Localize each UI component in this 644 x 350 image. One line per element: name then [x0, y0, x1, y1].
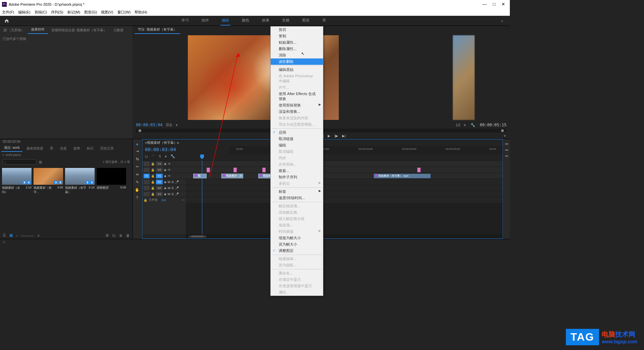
- sequence-name[interactable]: 视频素材（有字幕）: [147, 140, 177, 145]
- new-bin-icon[interactable]: 🗀: [112, 233, 116, 237]
- context-menu-item[interactable]: 使用剪辑替换▶: [271, 102, 323, 108]
- list-view-icon[interactable]: ☰: [3, 233, 6, 237]
- context-menu-item[interactable]: 波纹删除: [271, 58, 323, 65]
- add-button-icon[interactable]: +: [504, 134, 506, 138]
- clip-marker[interactable]: [233, 168, 237, 172]
- video-clip[interactable]: 视频素材（有字幕）.mp4: [374, 174, 431, 178]
- find-favorites-icon[interactable]: ⊞: [106, 233, 109, 237]
- slip-tool-icon[interactable]: ⇔: [136, 172, 139, 177]
- timeline-track-area[interactable]: 视 视频素材（水 视频素 视频素 视频素材（有字幕）.mp4: [186, 161, 503, 234]
- track-select-tool-icon[interactable]: ⇥: [136, 149, 139, 154]
- playhead[interactable]: [202, 161, 202, 234]
- project-item[interactable]: ▮▮ 视频素材（有字幕）5:15: [65, 168, 95, 194]
- context-menu-item[interactable]: 标签▶: [271, 188, 323, 195]
- hand-tool-icon[interactable]: ✋: [135, 188, 140, 192]
- play-icon[interactable]: ▶: [328, 134, 330, 138]
- project-item[interactable]: 调整图层5:00: [97, 168, 126, 194]
- tab-effects[interactable]: 效果: [71, 145, 83, 152]
- context-menu-item[interactable]: 清除: [271, 52, 323, 58]
- context-menu-item[interactable]: 编组: [271, 142, 323, 148]
- project-item[interactable]: ▮▮ 视频素材（水印）2:15: [2, 168, 32, 194]
- track-header-v2[interactable]: 🔒V2◈👁: [142, 167, 186, 173]
- workspace-graphics[interactable]: 图形: [301, 16, 311, 26]
- goto-out-icon[interactable]: ▶|: [342, 134, 346, 138]
- program-zoom-fit[interactable]: 适合: [166, 123, 172, 127]
- project-item[interactable]: ▮▮ 视频素材（有字...3:00: [34, 168, 63, 194]
- menu-file[interactable]: 文件(F): [2, 10, 14, 15]
- clip-marker[interactable]: [262, 168, 266, 172]
- breadcrumb[interactable]: work.prproj: [6, 153, 21, 157]
- step-forward-icon[interactable]: |▶: [334, 134, 338, 138]
- home-button[interactable]: [0, 18, 13, 23]
- breadcrumb-arrow-icon[interactable]: ▸: [3, 153, 4, 157]
- workspace-editing[interactable]: 编辑: [220, 16, 230, 26]
- context-menu-item[interactable]: 嵌套...: [271, 168, 323, 174]
- context-menu-item[interactable]: ✓调整图层: [271, 248, 323, 254]
- tab-source[interactable]: 源:（无剪辑）: [0, 27, 28, 34]
- workspace-learn[interactable]: 学习: [180, 16, 190, 26]
- context-menu-item[interactable]: 渲染和替换...: [271, 108, 323, 115]
- context-menu-item[interactable]: 粘贴属性...: [271, 39, 323, 46]
- context-menu-item[interactable]: 编辑原始: [271, 67, 323, 73]
- freeform-view-icon[interactable]: ▫: [16, 233, 17, 237]
- menu-edit[interactable]: 编辑(E): [18, 10, 31, 15]
- tab-history[interactable]: 历史记录: [98, 145, 116, 152]
- wrench-icon[interactable]: 🔧: [170, 154, 175, 159]
- clip-marker[interactable]: [207, 168, 210, 172]
- close-button[interactable]: ✕: [501, 2, 505, 7]
- clear-icon[interactable]: 🗑: [126, 233, 130, 237]
- menu-marker[interactable]: 标记(M): [67, 10, 80, 15]
- snap-icon[interactable]: ⊔: [145, 154, 148, 159]
- type-tool-icon[interactable]: T: [136, 195, 139, 200]
- tab-metadata[interactable]: 元数据: [110, 27, 127, 34]
- timeline-timecode[interactable]: 00:00:03:04: [142, 146, 186, 153]
- context-menu-item[interactable]: 删除属性...: [271, 46, 323, 52]
- track-header-a3[interactable]: 🔒A3◈MS🎤: [142, 191, 186, 197]
- linked-selection-icon[interactable]: ⌒: [151, 154, 155, 159]
- sort-icon[interactable]: ≡: [38, 233, 40, 237]
- video-clip[interactable]: 视频素: [258, 174, 271, 178]
- minimize-button[interactable]: —: [482, 2, 487, 7]
- tab-info[interactable]: 信息: [57, 145, 69, 152]
- context-menu-item[interactable]: 复制: [271, 33, 323, 39]
- zoom-slider[interactable]: ○———: [21, 233, 34, 237]
- track-header-v1[interactable]: V1🔒V1◈👁: [142, 173, 186, 179]
- menu-graphics[interactable]: 图形(G): [84, 10, 97, 15]
- chevron-down-icon[interactable]: ▾: [464, 123, 466, 127]
- menu-sequence[interactable]: 序列(S): [51, 10, 63, 15]
- track-header-a1[interactable]: 🔒A1◈MS🎤: [142, 179, 186, 185]
- context-menu-item[interactable]: 使用 After Effects 合成替换: [271, 91, 323, 102]
- menu-help[interactable]: 帮助(H): [135, 10, 147, 15]
- tab-markers[interactable]: 标记: [84, 145, 96, 152]
- tab-project[interactable]: 项目: work: [1, 144, 22, 152]
- menu-window[interactable]: 窗口(W): [117, 10, 131, 15]
- context-menu-item[interactable]: 取消链接: [271, 136, 323, 142]
- workspace-assembly[interactable]: 组件: [200, 16, 210, 26]
- settings-icon[interactable]: ●: [165, 154, 167, 159]
- tab-media-browser[interactable]: 媒体浏览器: [24, 145, 46, 152]
- ripple-edit-tool-icon[interactable]: ⇆: [136, 157, 139, 161]
- context-menu-item[interactable]: 缩放为帧大小: [271, 235, 323, 241]
- track-header-master[interactable]: 🔒主声道0.0⊣: [142, 197, 186, 203]
- menu-view[interactable]: 视图(V): [101, 10, 113, 15]
- menu-clip[interactable]: 剪辑(C): [35, 10, 47, 15]
- settings-icon[interactable]: 🔧: [471, 123, 475, 127]
- tab-libraries[interactable]: 库: [47, 145, 56, 152]
- program-title[interactable]: 节目: 视频素材（有字幕）: [135, 26, 180, 34]
- context-menu-item[interactable]: 制作子序列: [271, 174, 323, 180]
- context-menu-item[interactable]: 设为帧大小: [271, 241, 323, 248]
- marker-add-icon[interactable]: ↯: [158, 154, 161, 159]
- pen-tool-icon[interactable]: ✎: [136, 180, 139, 184]
- program-timecode[interactable]: 00:00:03:04: [136, 123, 162, 127]
- workspace-color[interactable]: 颜色: [240, 16, 251, 26]
- workspace-audio[interactable]: 音频: [281, 16, 291, 26]
- program-resolution[interactable]: 1/2: [456, 123, 461, 127]
- maximize-button[interactable]: □: [493, 2, 495, 7]
- video-clip[interactable]: 视: [193, 174, 207, 178]
- razor-tool-icon[interactable]: ✂: [136, 165, 139, 169]
- clip-marker[interactable]: [417, 168, 421, 172]
- filter-icon[interactable]: ▥: [39, 160, 42, 164]
- context-menu-item[interactable]: 剪切: [271, 27, 323, 33]
- workspace-libraries[interactable]: 库: [321, 16, 327, 26]
- track-header-v3[interactable]: 🔒V3◈👁: [142, 161, 186, 167]
